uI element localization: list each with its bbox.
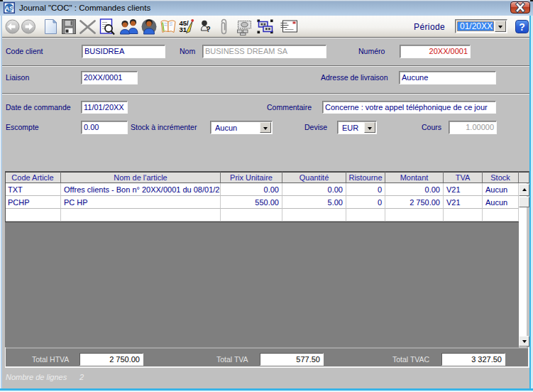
svg-text:?: ?: [207, 26, 211, 33]
svg-text:AS: AS: [5, 5, 14, 12]
svg-text:31: 31: [180, 26, 187, 33]
